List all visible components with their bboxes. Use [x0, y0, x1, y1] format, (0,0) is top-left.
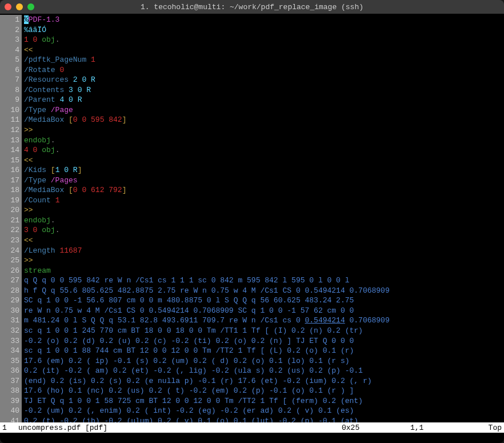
editor-line[interactable]: 16/Kids [1 0 R]	[0, 165, 504, 175]
line-content[interactable]: /MediaBox [0 0 595 842]	[24, 115, 504, 125]
editor-line[interactable]: 27q Q q 0 0 595 842 re W n /Cs1 cs 1 1 1…	[0, 276, 504, 286]
command-line[interactable]	[0, 433, 504, 443]
line-content[interactable]: >>	[24, 256, 504, 266]
line-number: 41	[0, 416, 22, 422]
editor-line[interactable]: 223 0 obj.	[0, 225, 504, 236]
line-content[interactable]: 1 0 obj.	[24, 35, 504, 45]
editor-line[interactable]: 21endobj.	[0, 215, 504, 226]
editor-line[interactable]: 34sc q 1 0 0 1 88 744 cm BT 12 0 0 12 0 …	[0, 346, 504, 356]
line-number: 40	[0, 406, 22, 416]
line-content[interactable]: /Rotate 0	[24, 65, 504, 75]
line-number: 27	[0, 276, 22, 286]
editor-line[interactable]: 33-0.2 (o) 0.2 (d) 0.2 (u) 0.2 (c) -0.2 …	[0, 336, 504, 346]
editor-line[interactable]: 15<<	[0, 155, 504, 166]
line-content[interactable]: endobj.	[24, 215, 504, 226]
line-content[interactable]: q Q q 0 0 595 842 re W n /Cs1 cs 1 1 1 s…	[24, 276, 504, 286]
line-content[interactable]: /Type /Page	[24, 105, 504, 115]
editor-line[interactable]: 5/pdftk_PageNum 1	[0, 55, 504, 65]
editor-line[interactable]: 28h f Q q 55.6 805.625 482.8875 2.75 re …	[0, 286, 504, 296]
minimize-icon[interactable]	[16, 3, 23, 10]
editor-line[interactable]: 17/Type /Pages	[0, 175, 504, 186]
line-content[interactable]: TJ ET Q q 1 0 0 1 58 725 cm BT 12 0 0 12…	[24, 396, 504, 406]
editor-line[interactable]: 2%âãÏÓ	[0, 25, 504, 35]
line-content[interactable]: /Resources 2 0 R	[24, 75, 504, 85]
line-number: 7	[0, 75, 22, 85]
editor-line[interactable]: 144 0 obj.	[0, 145, 504, 155]
editor-line[interactable]: 13endobj.	[0, 135, 504, 146]
editor-line[interactable]: 37(end) 0.2 (is) 0.2 (s) 0.2 (e nulla p)…	[0, 376, 504, 386]
editor-line[interactable]: 8/Contents 3 0 R	[0, 85, 504, 95]
editor-line[interactable]: 10/Type /Page	[0, 105, 504, 115]
status-bar: 1 uncompress.pdf [pdf] 0x25 1,1 Top	[0, 422, 504, 433]
line-content[interactable]: 0.2 (it) -0.2 ( am) 0.2 (et) -0.2 (, lig…	[24, 366, 504, 376]
line-content[interactable]: /Length 11687	[24, 246, 504, 256]
line-content[interactable]: /MediaBox [0 0 612 792]	[24, 185, 504, 195]
line-number: 14	[0, 145, 22, 155]
close-icon[interactable]	[5, 3, 11, 10]
editor-line[interactable]: 3817.6 (ho) 0.1 (nc) 0.2 (us) 0.2 ( t) -…	[0, 386, 504, 396]
line-content[interactable]: /Contents 3 0 R	[24, 85, 504, 95]
line-content[interactable]: %âãÏÓ	[24, 25, 504, 35]
editor-line[interactable]: 6/Rotate 0	[0, 65, 504, 75]
line-content[interactable]: stream	[24, 266, 504, 276]
line-content[interactable]: <<	[24, 236, 504, 246]
line-content[interactable]: <<	[24, 45, 504, 55]
editor-line[interactable]: 7/Resources 2 0 R	[0, 75, 504, 85]
editor-line[interactable]: 18/MediaBox [0 0 612 792]	[0, 185, 504, 195]
editor-line[interactable]: 11/MediaBox [0 0 595 842]	[0, 115, 504, 125]
line-number: 6	[0, 65, 22, 75]
line-content[interactable]: m 481.24 0 l S Q Q q 53.1 82.8 493.6911 …	[24, 316, 504, 326]
line-content[interactable]: -0.2 (o) 0.2 (d) 0.2 (u) 0.2 (c) -0.2 (t…	[24, 336, 504, 346]
line-content[interactable]: >>	[24, 125, 504, 135]
editor-line[interactable]: 20>>	[0, 205, 504, 215]
line-content[interactable]: <<	[24, 155, 504, 166]
editor-line[interactable]: 25>>	[0, 256, 504, 266]
editor-line[interactable]: 26stream	[0, 266, 504, 276]
editor-line[interactable]: 4<<	[0, 45, 504, 55]
editor-line[interactable]: 31 0 obj.	[0, 35, 504, 45]
editor-line[interactable]: 19/Count 1	[0, 195, 504, 206]
editor-line[interactable]: 23<<	[0, 236, 504, 246]
line-content[interactable]: sc q 1 0 0 1 245 770 cm BT 18 0 0 18 0 0…	[24, 326, 504, 336]
line-content[interactable]: -0.2 (um) 0.2 (, enim) 0.2 ( int) -0.2 (…	[24, 406, 504, 416]
line-content[interactable]: /pdftk_PageNum 1	[24, 55, 504, 65]
line-number: 15	[0, 155, 22, 166]
editor-line[interactable]: 30re W n 0.75 w 4 M /Cs1 CS 0 0.5494214 …	[0, 306, 504, 316]
editor-line[interactable]: 39TJ ET Q q 1 0 0 1 58 725 cm BT 12 0 0 …	[0, 396, 504, 406]
line-number: 3	[0, 35, 22, 45]
line-number: 19	[0, 195, 22, 206]
editor-line[interactable]: 9/Parent 4 0 R	[0, 95, 504, 105]
line-content[interactable]: 0.2 (t) -0.2 (ib) -0.2 (ulum) 0.2 ( v) 0…	[24, 416, 504, 422]
zoom-icon[interactable]	[27, 3, 34, 10]
editor-line[interactable]: 1%PDF-1.3	[0, 15, 504, 25]
editor-line[interactable]: 410.2 (t) -0.2 (ib) -0.2 (ulum) 0.2 ( v)…	[0, 416, 504, 422]
line-number: 16	[0, 165, 22, 175]
line-content[interactable]: 17.6 (ho) 0.1 (nc) 0.2 (us) 0.2 ( t) -0.…	[24, 386, 504, 396]
editor-line[interactable]: 29SC q 1 0 0 -1 56.6 807 cm 0 0 m 480.88…	[0, 296, 504, 306]
line-content[interactable]: >>	[24, 205, 504, 215]
editor-line[interactable]: 32sc q 1 0 0 1 245 770 cm BT 18 0 0 18 0…	[0, 326, 504, 336]
editor-line[interactable]: 12>>	[0, 125, 504, 135]
editor-line[interactable]: 40-0.2 (um) 0.2 (, enim) 0.2 ( int) -0.2…	[0, 406, 504, 416]
line-number: 1	[0, 15, 22, 25]
line-content[interactable]: /Type /Pages	[24, 175, 504, 186]
editor-area[interactable]: 1%PDF-1.32%âãÏÓ31 0 obj.4<<5/pdftk_PageN…	[0, 14, 504, 422]
line-content[interactable]: %PDF-1.3	[24, 15, 504, 25]
line-content[interactable]: re W n 0.75 w 4 M /Cs1 CS 0 0.5494214 0.…	[24, 306, 504, 316]
line-number: 18	[0, 185, 22, 195]
editor-line[interactable]: 24/Length 11687	[0, 246, 504, 256]
editor-line[interactable]: 360.2 (it) -0.2 ( am) 0.2 (et) -0.2 (, l…	[0, 366, 504, 376]
line-content[interactable]: sc q 1 0 0 1 88 744 cm BT 12 0 0 12 0 0 …	[24, 346, 504, 356]
editor-line[interactable]: 3517.6 (em) 0.2 ( ip) -0.1 (s) 0.2 (um) …	[0, 356, 504, 366]
line-content[interactable]: 17.6 (em) 0.2 ( ip) -0.1 (s) 0.2 (um) 0.…	[24, 356, 504, 366]
line-content[interactable]: SC q 1 0 0 -1 56.6 807 cm 0 0 m 480.8875…	[24, 296, 504, 306]
line-content[interactable]: /Parent 4 0 R	[24, 95, 504, 105]
line-content[interactable]: (end) 0.2 (is) 0.2 (s) 0.2 (e nulla p) -…	[24, 376, 504, 386]
line-content[interactable]: h f Q q 55.6 805.625 482.8875 2.75 re W …	[24, 286, 504, 296]
editor-line[interactable]: 31m 481.24 0 l S Q Q q 53.1 82.8 493.691…	[0, 316, 504, 326]
line-content[interactable]: 3 0 obj.	[24, 225, 504, 236]
line-content[interactable]: endobj.	[24, 135, 504, 146]
line-content[interactable]: 4 0 obj.	[24, 145, 504, 155]
line-content[interactable]: /Kids [1 0 R]	[24, 165, 504, 175]
line-content[interactable]: /Count 1	[24, 195, 504, 206]
